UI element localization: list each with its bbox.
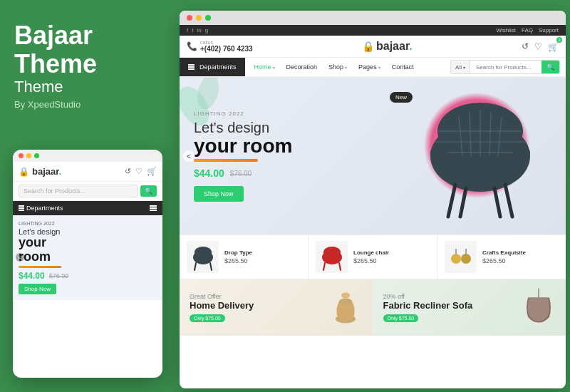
- twitter-icon[interactable]: t: [192, 27, 193, 33]
- dt-hero-banner: LIGHTING 2022 Let's design your room $44…: [180, 78, 566, 234]
- dt-search-category[interactable]: All ▾: [451, 61, 470, 73]
- dt-header: 📞 callus +(402) 760 4233 🔒 bajaar. ↺ ♡ 🛒…: [180, 36, 566, 58]
- mobile-logo-text: bajaar.: [32, 166, 61, 177]
- dt-promo-right: 20% off Fabric Recliner Sofa Only $75.00: [373, 279, 566, 336]
- linkedin-icon[interactable]: in: [197, 27, 201, 33]
- mobile-mockup: 🔒 bajaar. ↺ ♡ 🛒 Search for Products... 🔍: [13, 150, 162, 378]
- dt-promo-left: Great Offer Home Delivery Only $75.00: [180, 279, 373, 336]
- facebook-icon[interactable]: f: [187, 27, 188, 33]
- dt-refresh-icon[interactable]: ↺: [522, 41, 529, 51]
- nav-link-home[interactable]: Home ▾: [249, 58, 281, 76]
- mobile-search-bar: Search for Products... 🔍: [13, 182, 162, 201]
- dt-promo-badge-2[interactable]: Only $75.00: [383, 314, 419, 322]
- mobile-header-icons: ↺ ♡ 🛒: [125, 167, 157, 176]
- mobile-banner: LIGHTING 2022 Let's design your room $44…: [13, 215, 162, 300]
- dt-hero-title1: Let's design: [194, 120, 292, 136]
- svg-point-19: [195, 247, 212, 258]
- google-icon[interactable]: g: [205, 27, 208, 33]
- phone-icon: 📞: [187, 41, 197, 51]
- mobile-search-button[interactable]: 🔍: [140, 185, 157, 197]
- svg-line-24: [323, 263, 325, 270]
- dt-search-area: All ▾ 🔍: [450, 60, 560, 74]
- dt-promo-badge-1[interactable]: Only $75.00: [190, 314, 225, 322]
- dt-product-name-2: Lounge chair: [353, 249, 389, 256]
- svg-point-32: [341, 292, 350, 298]
- dt-product-name-3: Crafts Exquisite: [482, 249, 526, 256]
- mobile-shop-btn[interactable]: Shop Now: [19, 284, 56, 294]
- dept-btn-label: Departments: [200, 63, 237, 71]
- dt-product-image-2: [316, 241, 348, 273]
- mobile-search-input[interactable]: Search for Products...: [19, 185, 138, 197]
- nav-link-shop[interactable]: Shop ▾: [323, 58, 353, 76]
- close-dot: [19, 153, 24, 158]
- hamburger-line: [150, 210, 157, 211]
- dt-nav: Departments Home ▾ Decoration Shop ▾ Pag…: [180, 58, 566, 78]
- caret-down-icon: ▾: [345, 65, 347, 70]
- dt-search-input[interactable]: [470, 61, 542, 73]
- dt-product-image-1: [187, 241, 219, 273]
- dt-wishlist-icon[interactable]: ♡: [534, 41, 542, 51]
- mobile-dept-bar: Departments: [13, 201, 162, 215]
- cart-icon: 🛒: [147, 167, 157, 176]
- wishlist-link[interactable]: Wishlist: [496, 27, 516, 33]
- dt-cart-badge: 3: [556, 37, 562, 43]
- mobile-dept-label[interactable]: Departments: [19, 205, 63, 212]
- faq-link[interactable]: FAQ: [522, 27, 533, 33]
- nav-link-decoration[interactable]: Decoration: [281, 58, 323, 76]
- nav-link-pages[interactable]: Pages ▾: [353, 58, 386, 76]
- svg-line-13: [505, 185, 512, 217]
- svg-point-27: [461, 254, 471, 264]
- mobile-logo-area: 🔒 bajaar.: [19, 166, 61, 177]
- dt-lock-icon: 🔒: [362, 41, 374, 52]
- menu-lines-icon: [19, 205, 24, 211]
- mobile-title-underline: [19, 266, 61, 268]
- dt-hero-tag: LIGHTING 2022: [194, 110, 292, 117]
- svg-point-31: [339, 298, 352, 304]
- svg-line-20: [195, 263, 196, 270]
- mobile-prev-arrow[interactable]: <: [16, 253, 24, 262]
- dt-phone-info: callus +(402) 760 4233: [200, 40, 253, 53]
- caret-down-icon: ▾: [378, 65, 380, 70]
- dt-title-underline: [194, 159, 258, 162]
- dt-social-icons: f t in g: [187, 27, 208, 33]
- mobile-price-row: $44.00 $76.00: [19, 271, 157, 281]
- wishlist-icon: ♡: [135, 167, 142, 176]
- product-chair-svg-1: [189, 243, 217, 272]
- dt-cart-icon-container[interactable]: 🛒 3: [548, 40, 559, 53]
- dt-new-badge: New: [390, 92, 413, 103]
- dt-product-info-1: Drop Type $265.50: [224, 249, 252, 264]
- desktop-titlebar: [180, 11, 566, 25]
- mobile-header: 🔒 bajaar. ↺ ♡ 🛒: [13, 162, 162, 182]
- dt-promo-image-2: [519, 287, 559, 329]
- dept-line: [188, 66, 195, 68]
- dt-product-price-3: $265.50: [482, 257, 526, 264]
- nav-link-contact[interactable]: Contact: [386, 58, 420, 76]
- mobile-banner-title3: room: [19, 249, 157, 264]
- hanging-chair-svg: [519, 287, 559, 326]
- dt-minimize-dot: [196, 15, 202, 21]
- dt-product-card: Crafts Exquisite $265.50: [437, 235, 566, 279]
- dt-product-info-3: Crafts Exquisite $265.50: [482, 249, 526, 264]
- vase-svg: [326, 287, 366, 326]
- search-cat-caret: ▾: [463, 65, 465, 70]
- menu-line: [19, 205, 24, 207]
- mobile-old-price: $76.00: [49, 272, 69, 279]
- dt-hero-title2: your room: [194, 136, 292, 156]
- dt-maximize-dot: [205, 15, 211, 21]
- mobile-titlebar: [13, 150, 162, 162]
- dt-dept-button[interactable]: Departments: [180, 58, 245, 76]
- dt-product-image-3: [445, 241, 477, 273]
- product-earring-svg: [447, 243, 475, 272]
- dt-product-price-1: $265.50: [224, 257, 252, 264]
- mobile-price: $44.00: [19, 271, 45, 281]
- dt-phone-area: 📞 callus +(402) 760 4233: [187, 40, 253, 53]
- svg-line-12: [448, 185, 455, 217]
- mobile-search-placeholder: Search for Products...: [24, 187, 86, 195]
- support-link[interactable]: Support: [539, 27, 559, 33]
- lock-icon: 🔒: [19, 167, 29, 177]
- mobile-hamburger-icon[interactable]: [150, 205, 157, 211]
- dt-hero-prices: $44.00 $76.00: [194, 167, 292, 179]
- dt-logo-dot: .: [409, 40, 412, 52]
- dt-search-button[interactable]: 🔍: [542, 61, 559, 73]
- dt-shop-now-button[interactable]: Shop Now: [194, 186, 244, 202]
